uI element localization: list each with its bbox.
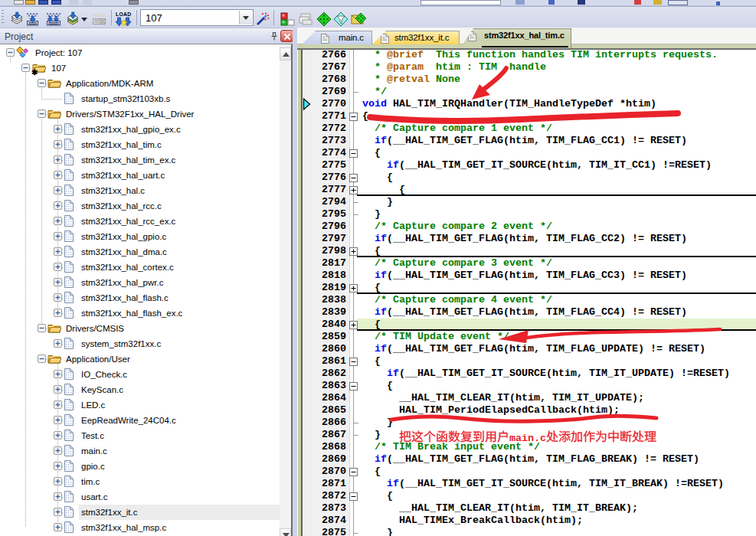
svg-text:LOAD: LOAD bbox=[116, 11, 131, 17]
svg-text:main.c: main.c bbox=[509, 433, 546, 444]
